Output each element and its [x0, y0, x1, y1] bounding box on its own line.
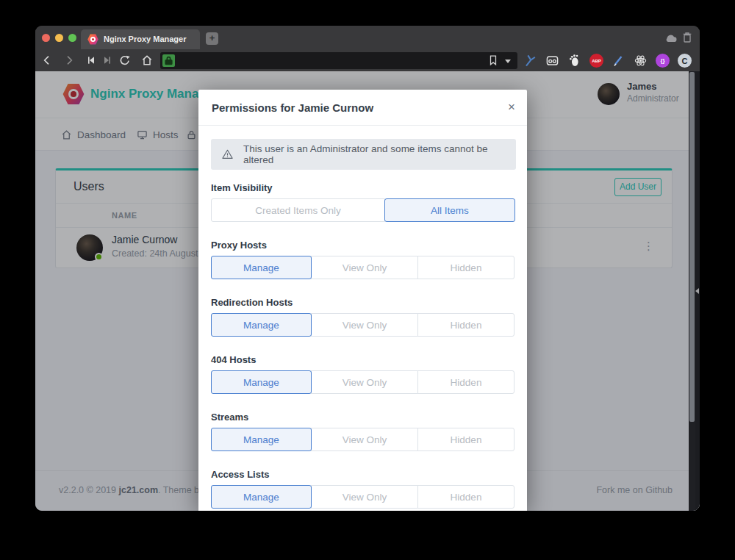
streams-label: Streams: [211, 412, 516, 423]
redirection-hosts-label: Redirection Hosts: [211, 297, 516, 308]
proxy-hosts-view-only-button[interactable]: View Only: [311, 256, 418, 279]
traffic-light-close[interactable]: [42, 34, 50, 42]
traffic-light-zoom[interactable]: [68, 34, 76, 42]
browser-tab[interactable]: Nginx Proxy Manager: [81, 29, 200, 49]
access-lists-label: Access Lists: [211, 469, 516, 480]
favicon-npm: [87, 34, 98, 45]
404-hosts-label: 404 Hosts: [211, 354, 516, 365]
bookmark-flag-icon[interactable]: [488, 54, 498, 69]
proxy-hosts-hidden-button[interactable]: Hidden: [417, 256, 514, 279]
404-hosts-hidden-button[interactable]: Hidden: [417, 370, 514, 394]
browser-toolbar: ABP {} C: [35, 49, 700, 71]
404-hosts-view-only-button[interactable]: View Only: [311, 370, 418, 394]
blue-fork-extension-icon[interactable]: [523, 54, 537, 68]
new-tab-button[interactable]: +: [206, 32, 218, 45]
address-bar[interactable]: [160, 52, 517, 69]
redirection-hosts-hidden-button[interactable]: Hidden: [417, 313, 514, 337]
access-lists-manage-button[interactable]: Manage: [211, 485, 312, 509]
item-visibility-group: Created Items Only All Items: [211, 198, 516, 222]
browser-window: Nginx Proxy Manager +: [35, 26, 700, 511]
404-hosts-manage-button[interactable]: Manage: [211, 370, 312, 394]
pen-extension-icon[interactable]: [612, 54, 625, 68]
fast-forward-icon[interactable]: [101, 54, 113, 66]
visibility-created-items-only-button[interactable]: Created Items Only: [211, 198, 385, 222]
bookmark-caret-icon[interactable]: [505, 60, 511, 63]
sync-cloud-icon[interactable]: [664, 32, 678, 47]
permissions-modal: Permissions for Jamie Curnow × This user…: [198, 90, 527, 511]
traffic-light-minimize[interactable]: [55, 34, 63, 42]
warning-icon: [221, 148, 234, 161]
admin-alert: This user is an Administrator and some i…: [211, 139, 516, 170]
modal-body: This user is an Administrator and some i…: [211, 126, 516, 509]
access-lists-hidden-button[interactable]: Hidden: [417, 485, 514, 509]
item-visibility-label: Item Visibility: [211, 182, 516, 193]
redirection-hosts-manage-button[interactable]: Manage: [211, 313, 312, 337]
cookie-extension-icon[interactable]: C: [678, 54, 692, 68]
rewind-icon[interactable]: [85, 54, 97, 66]
home-icon[interactable]: [141, 54, 153, 66]
web-page: Nginx Proxy Manager James Administrator …: [35, 71, 700, 511]
forward-icon[interactable]: [63, 54, 75, 66]
streams-hidden-button[interactable]: Hidden: [417, 428, 514, 451]
adblock-plus-extension-icon[interactable]: ABP: [589, 54, 603, 68]
streams-group: Manage View Only Hidden: [211, 428, 516, 451]
proxy-hosts-manage-button[interactable]: Manage: [211, 256, 312, 279]
ssl-padlock-icon[interactable]: [162, 54, 175, 67]
streams-view-only-button[interactable]: View Only: [311, 428, 418, 451]
browser-tabbar: Nginx Proxy Manager +: [35, 26, 700, 49]
proxy-hosts-label: Proxy Hosts: [211, 240, 516, 251]
redirection-hosts-view-only-button[interactable]: View Only: [311, 313, 418, 337]
back-icon[interactable]: [41, 54, 53, 66]
admin-alert-text: This user is an Administrator and some i…: [243, 143, 506, 165]
proxy-hosts-group: Manage View Only Hidden: [211, 256, 516, 279]
modal-header: Permissions for Jamie Curnow ×: [198, 90, 527, 126]
screen: Nginx Proxy Manager +: [0, 0, 735, 560]
redirection-hosts-group: Manage View Only Hidden: [211, 313, 516, 337]
access-lists-group: Manage View Only Hidden: [211, 485, 516, 509]
tab-title: Nginx Proxy Manager: [104, 29, 186, 49]
modal-title: Permissions for Jamie Curnow: [212, 90, 373, 126]
visibility-all-items-button[interactable]: All Items: [384, 198, 515, 222]
access-lists-view-only-button[interactable]: View Only: [311, 485, 418, 509]
purple-braces-extension-icon[interactable]: {}: [656, 54, 670, 68]
404-hosts-group: Manage View Only Hidden: [211, 370, 516, 394]
reload-icon[interactable]: [119, 54, 131, 66]
close-icon[interactable]: ×: [508, 90, 515, 124]
gnome-foot-extension-icon[interactable]: [567, 54, 581, 68]
streams-manage-button[interactable]: Manage: [211, 428, 312, 451]
goggles-extension-icon[interactable]: [545, 54, 559, 68]
atom-extension-icon[interactable]: [634, 54, 648, 68]
trash-icon[interactable]: [681, 31, 693, 47]
